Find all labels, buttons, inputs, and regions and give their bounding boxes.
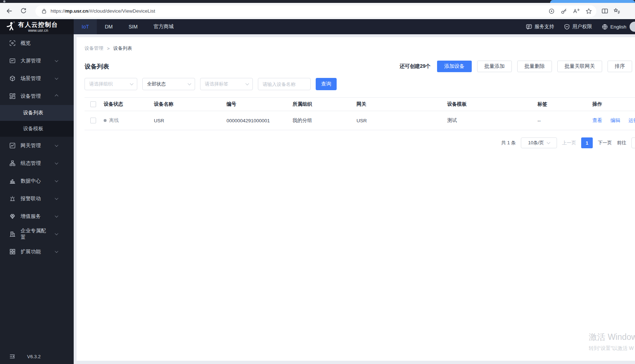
view-link[interactable]: 查看 — [592, 117, 602, 124]
user-permissions-link[interactable]: 用户权限 — [564, 23, 592, 30]
brand-logo[interactable]: ® 有人云控制台 www.usr.cn — [0, 19, 74, 34]
tag-select[interactable]: 请选择标签 — [200, 78, 253, 90]
favorite-star-icon[interactable] — [586, 8, 592, 14]
chevron-down-icon — [55, 143, 59, 147]
usr-cloud-console-page: { "colors": { "primary": "#3e7dfa", "top… — [0, 0, 635, 364]
gateway-icon — [9, 142, 16, 149]
list-header-row: 设备列表 还可创建29个 添加设备 批量添加 批量删除 批量关联网关 排序 — [85, 61, 635, 72]
service-support-link[interactable]: 服务支持 — [526, 23, 554, 30]
batch-link-gateway-button[interactable]: 批量关联网关 — [557, 61, 602, 72]
tab-sim[interactable]: SIM — [121, 19, 146, 34]
prev-page-button[interactable]: 上一页 — [562, 140, 576, 146]
sidebar-item-device-list[interactable]: 设备列表 — [0, 105, 74, 121]
logo-subtitle: www.usr.cn — [28, 28, 48, 32]
template-cell: 测试 — [447, 117, 537, 124]
sidebar: 概览 大屏管理 场景管理 设备管理 设备列表 设备模板 网关管理 组态管理 数据… — [0, 34, 74, 364]
usr-person-icon: ® — [5, 21, 16, 32]
chevron-down-icon — [55, 161, 59, 165]
windows-activation-watermark: 激活 Windows 转到“设置”以激活 W — [589, 332, 635, 352]
goto-page-label: 前往 — [617, 140, 626, 146]
sidebar-item-data-center[interactable]: 数据中心 — [0, 172, 74, 190]
goto-page-input[interactable] — [631, 137, 635, 148]
sidebar-item-extensions[interactable]: 扩展功能 — [0, 243, 74, 260]
sidebar-item-screen-mgmt[interactable]: 大屏管理 — [0, 52, 74, 70]
tab-iot[interactable]: IoT — [74, 19, 97, 34]
chevron-down-icon — [55, 58, 59, 62]
nav-right-links: 服务支持 用户权限 English — [526, 19, 635, 34]
chevron-down-icon — [55, 76, 59, 80]
sidebar-item-overview[interactable]: 概览 — [0, 34, 74, 52]
address-bar[interactable]: https://mp.usr.cn/#/cloud/device/ViewDev… — [35, 5, 596, 17]
table-row: 离线 USR 0000004291000001 我的分组 USR 测试 -- 查… — [85, 111, 635, 130]
sidebar-submenu-device: 设备列表 设备模板 — [0, 105, 74, 137]
screen-icon — [9, 58, 16, 64]
breadcrumb-separator: > — [107, 46, 110, 51]
device-icon — [9, 93, 16, 99]
topology-icon — [9, 160, 16, 166]
refresh-icon[interactable] — [18, 6, 29, 17]
sort-button[interactable]: 排序 — [608, 61, 632, 72]
chevron-down-icon — [55, 232, 59, 235]
page-size-select[interactable]: 10条/页 — [521, 137, 557, 148]
sidebar-item-gateway-mgmt[interactable]: 网关管理 — [0, 137, 74, 154]
favorites-bar-icon[interactable] — [613, 8, 620, 14]
shield-icon — [564, 24, 570, 30]
back-icon[interactable] — [4, 6, 14, 17]
toolbar: 还可创建29个 添加设备 批量添加 批量删除 批量关联网关 排序 — [399, 61, 632, 72]
sidebar-footer: V6.3.2 — [0, 351, 74, 362]
page-title: 设备列表 — [85, 62, 109, 71]
read-aloud-icon[interactable] — [573, 8, 580, 14]
gem-icon — [9, 213, 16, 219]
globe-icon — [602, 24, 608, 30]
sidebar-item-alarm-linkage[interactable]: 报警联动 — [0, 190, 74, 207]
status-select[interactable]: 全部状态 — [142, 78, 195, 90]
svg-text:®: ® — [13, 21, 15, 23]
device-name-input[interactable] — [258, 78, 311, 90]
batch-add-button[interactable]: 批量添加 — [477, 61, 512, 72]
run-link[interactable]: 运行 — [628, 117, 635, 124]
password-key-icon[interactable] — [561, 8, 567, 14]
sidebar-item-config-mgmt[interactable]: 组态管理 — [0, 154, 74, 172]
tab-dm[interactable]: DM — [97, 19, 121, 34]
org-cell: 我的分组 — [293, 117, 357, 124]
chevron-down-icon — [130, 82, 134, 85]
version-label: V6.3.2 — [27, 354, 41, 359]
sidebar-item-scene-mgmt[interactable]: 场景管理 — [0, 70, 74, 87]
active-tab-pill[interactable] — [550, 0, 635, 3]
language-link[interactable]: English — [602, 24, 626, 30]
chevron-down-icon — [547, 140, 550, 144]
filter-bar: 请选择组织 全部状态 请选择标签 查询 — [85, 78, 635, 90]
offline-status-dot — [104, 119, 107, 122]
collapse-sidebar-icon[interactable] — [9, 354, 15, 359]
select-all-checkbox[interactable] — [90, 101, 96, 107]
chat-icon — [526, 24, 532, 30]
breadcrumb-parent[interactable]: 设备管理 — [85, 45, 103, 52]
tab-official-mall[interactable]: 官方商城 — [146, 19, 182, 34]
next-page-button[interactable]: 下一页 — [598, 140, 612, 146]
top-nav: ® 有人云控制台 www.usr.cn IoT DM SIM 官方商城 服务支持… — [0, 19, 635, 34]
sidebar-item-enterprise-config[interactable]: 企业专属配置 — [0, 225, 74, 243]
gateway-cell: USR — [357, 118, 447, 123]
sidebar-item-value-added-services[interactable]: 增值服务 — [0, 207, 74, 225]
building-icon — [9, 231, 16, 237]
scene-icon — [9, 75, 16, 82]
toolbar-right-icons — [601, 8, 620, 14]
logo-title: 有人云控制台 — [18, 21, 58, 28]
row-checkbox[interactable] — [90, 118, 96, 123]
breadcrumb-current: 设备列表 — [113, 45, 132, 52]
overview-icon — [9, 40, 16, 46]
batch-delete-button[interactable]: 批量删除 — [517, 61, 552, 72]
tracking-prevention-icon[interactable] — [548, 8, 555, 14]
add-device-button[interactable]: 添加设备 — [437, 61, 472, 72]
edit-link[interactable]: 编辑 — [610, 117, 620, 124]
org-select[interactable]: 请选择组织 — [85, 78, 137, 90]
device-status-cell: 离线 — [104, 117, 154, 124]
split-screen-icon[interactable] — [601, 8, 608, 14]
url-text: https://mp.usr.cn/#/cloud/device/ViewDev… — [51, 8, 155, 14]
search-button[interactable]: 查询 — [316, 78, 337, 90]
page-number-1[interactable]: 1 — [581, 137, 593, 148]
site-lock-icon[interactable] — [41, 8, 47, 14]
sidebar-item-device-template[interactable]: 设备模板 — [0, 121, 74, 137]
bar-chart-icon — [9, 178, 16, 184]
sidebar-item-device-mgmt[interactable]: 设备管理 — [0, 87, 74, 105]
